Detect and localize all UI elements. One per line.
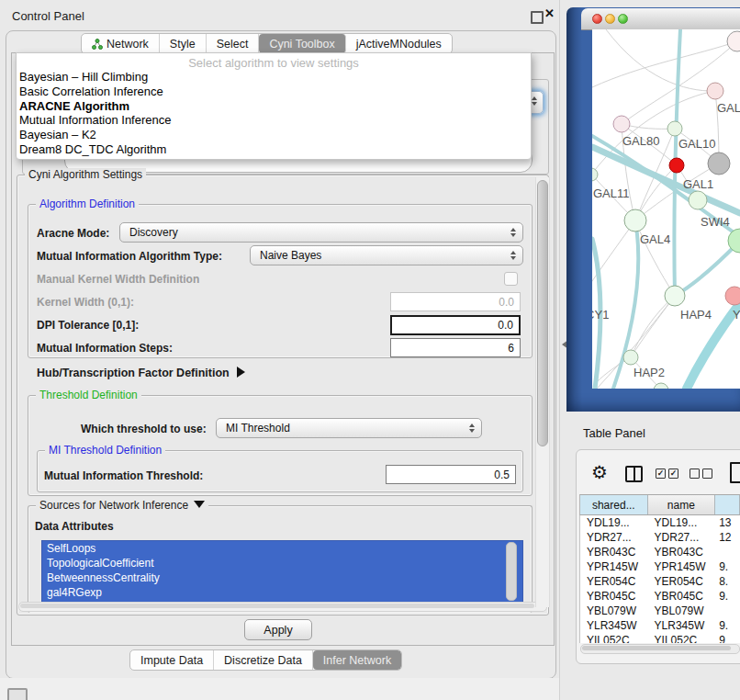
tab-impute-data[interactable]: Impute Data [130,650,214,670]
table-row[interactable]: YPR145W YPR145W 9. [580,559,740,574]
node-gal11[interactable] [592,168,598,181]
cyni-bottom-tabbar: Impute Data Discretize Data Infer Networ… [129,649,402,671]
node-gray[interactable] [708,152,730,175]
sources-group-toggle[interactable]: Sources for Network Inference [36,499,208,512]
export-table-icon[interactable] [730,462,740,483]
table-row[interactable]: YBR045C YBR045C 9. [580,589,740,604]
node-gal1[interactable] [689,191,707,209]
hub-definition-toggle[interactable]: Hub/Transcription Factor Definition [37,367,245,379]
tab-style[interactable]: Style [160,34,207,53]
mi-steps-input[interactable]: 6 [390,338,521,357]
node-hap4[interactable] [665,286,685,306]
combobox-arrows-icon [469,423,475,433]
dropdown-item[interactable]: Mutual Information Inference [17,113,531,128]
settings-horizontal-scrollbar[interactable] [18,602,547,612]
close-icon[interactable]: ✕ [544,6,555,20]
aracne-mode-select[interactable]: Discovery [119,222,523,243]
mi-algorithm-type-label: Mutual Information Algorithm Type: [37,250,222,263]
node-y[interactable] [725,287,740,305]
node-gal10[interactable] [667,121,682,136]
data-attributes-list[interactable]: SelfLoops TopologicalCoefficient Between… [41,540,523,603]
table-horizontal-scrollbar[interactable] [580,644,740,654]
window-zoom-icon[interactable] [618,14,628,24]
kernel-width-input[interactable]: 0.0 [390,292,521,311]
dropdown-item[interactable]: Bayesian – K2 [17,128,531,142]
dropdown-placeholder: Select algorithm to view settings [17,53,531,70]
node-label: Y [733,308,740,322]
show-columns-icon[interactable] [625,466,643,482]
tab-cyni-toolbox[interactable]: Cyni Toolbox [259,34,345,53]
deselect-all-columns-icon2[interactable] [702,469,712,479]
combobox-arrows-icon [510,251,516,260]
control-panel-tabbar: Network Style Select Cyni Toolbox jActiv… [81,33,453,54]
node-label: HAP2 [633,366,665,379]
select-all-columns-icon[interactable]: ✓ [656,469,666,479]
algorithm-dropdown-popup: Select algorithm to view settings Bayesi… [16,52,532,160]
deselect-all-columns-icon[interactable] [690,469,700,479]
node-red-selected[interactable] [669,158,684,173]
node-label: GAL10 [678,137,715,151]
dpi-tolerance-input[interactable]: 0.0 [390,315,521,335]
apply-button[interactable]: Apply [244,619,312,640]
table-row[interactable]: YBR043C YBR043C [580,545,740,559]
table-row[interactable]: YDR27... YDR27... 12 [580,530,740,545]
table-row[interactable]: YBL079W YBL079W [580,604,740,618]
table-body[interactable]: YDL19... YDL19... 13 YDR27... YDR27... 1… [579,515,740,643]
expand-right-icon [237,367,245,378]
algorithm-definition-title: Algorithm Definition [36,198,139,210]
settings-vertical-scrollbar-thumb[interactable] [537,180,548,446]
float-window-button[interactable] [531,11,544,24]
column-header-name[interactable]: name [648,495,716,514]
table-row[interactable]: YLR345W YLR345W 9. [580,618,740,633]
node-gal[interactable] [707,83,723,99]
table-panel-title: Table Panel [583,426,645,440]
tab-select[interactable]: Select [207,34,260,53]
manual-kernel-width-label: Manual Kernel Width Definition [37,273,199,286]
tab-network[interactable]: Network [82,34,160,53]
attribute-item[interactable]: TopologicalCoefficient [42,556,522,570]
dpi-tolerance-label: DPI Tolerance [0,1]: [37,319,139,332]
node-label: GCY1 [592,308,609,322]
panel-divider[interactable] [559,0,560,700]
node-gal80[interactable] [613,116,630,132]
node-hap2[interactable] [623,350,638,365]
dropdown-item-selected[interactable]: ARACNE Algorithm [17,99,531,114]
combobox-arrows-icon [510,228,516,237]
column-header-third[interactable] [715,495,740,514]
threshold-definition-title: Threshold Definition [36,389,141,401]
window-close-icon[interactable] [592,14,602,24]
table-row[interactable]: YDL19... YDL19... 13 [580,515,740,530]
column-header-shared-name[interactable]: shared... [580,495,648,514]
attribute-item[interactable]: SelfLoops [42,541,522,556]
attribute-item[interactable]: gal4RGexp [42,585,522,600]
dropdown-item[interactable]: Dream8 DC_TDC Algorithm [17,142,531,157]
network-graph: GAL GAL80 GAL10 GAL11 GAL1 SWI4 GAL4 GCY… [592,29,740,389]
mi-steps-label: Mutual Information Steps: [37,342,173,355]
tab-jactivemnodules[interactable]: jActiveMNodules [346,34,452,53]
tab-discretize-data[interactable]: Discretize Data [214,650,313,670]
network-canvas[interactable]: GAL GAL80 GAL10 GAL11 GAL1 SWI4 GAL4 GCY… [592,29,740,389]
select-all-columns-icon2[interactable]: ✓ [668,469,678,479]
node-label: HAP4 [680,308,712,322]
table-row[interactable]: YER054C YER054C 8. [580,574,740,589]
node-gal4[interactable] [624,209,646,231]
tab-infer-network[interactable]: Infer Network [313,650,401,670]
network-window-titlebar[interactable] [581,8,740,30]
mi-algorithm-type-select[interactable]: Naive Bayes [250,245,523,265]
app-root: { "icons": {"close": "✕", "gear": "⚙", "… [0,0,740,700]
control-panel-title: Control Panel [12,9,84,23]
panel-grip-icon[interactable] [7,688,28,700]
gear-icon[interactable]: ⚙ [591,463,608,481]
attribute-list-scrollbar[interactable] [506,542,517,601]
dropdown-item[interactable]: Bayesian – Hill Climbing [17,70,531,85]
mi-threshold-input[interactable]: 0.5 [386,465,516,484]
which-threshold-select[interactable]: MI Threshold [216,418,482,438]
attribute-item[interactable]: BetweennessCentrality [42,570,522,585]
node-label: SWI4 [701,215,730,229]
window-minimize-icon[interactable] [605,14,615,24]
table-row[interactable]: YIL052C YIL052C 9 [580,633,740,643]
network-tab-icon [92,39,103,50]
dropdown-item[interactable]: Basic Correlation Inference [17,85,531,99]
tab-network-label: Network [107,38,149,51]
manual-kernel-width-checkbox[interactable] [504,272,518,286]
